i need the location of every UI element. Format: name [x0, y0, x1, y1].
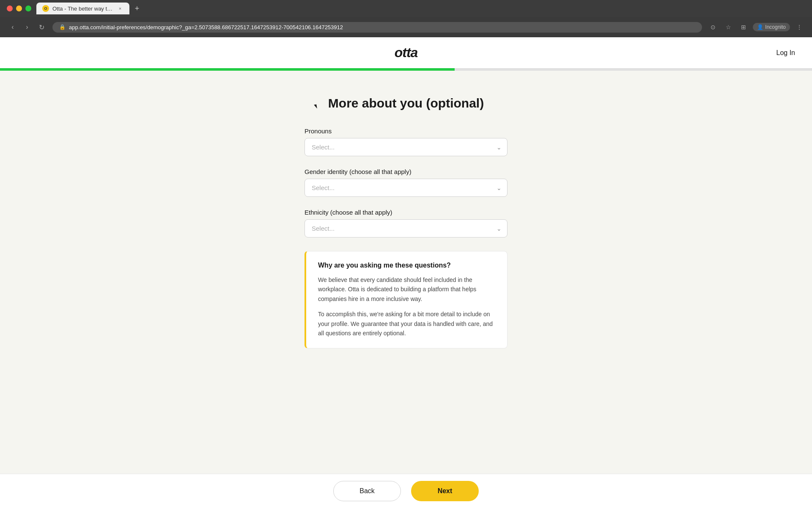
bottom-nav: Back Next	[0, 474, 812, 508]
login-link[interactable]: Log In	[776, 49, 795, 57]
page-title: More about you (optional)	[304, 96, 508, 110]
gender-select-wrapper: Select... Man Woman Non-binary Prefer no…	[304, 179, 508, 197]
back-button[interactable]: Back	[333, 481, 401, 501]
bookmark-icon[interactable]: ☆	[722, 21, 734, 33]
window-maximize-button[interactable]	[25, 6, 31, 11]
tab-favicon: O	[42, 5, 49, 12]
window-controls	[7, 6, 31, 11]
gender-label: Gender identity (choose all that apply)	[304, 168, 508, 175]
window-close-button[interactable]	[7, 6, 13, 11]
browser-chrome: O Otta - The better way to find a × + ‹ …	[0, 0, 812, 37]
browser-refresh-button[interactable]: ↻	[36, 21, 47, 33]
page-wrapper: otta Log In More about you (optional) Pr…	[0, 37, 812, 503]
extensions-icon[interactable]: ⊞	[738, 21, 749, 33]
site-header: otta Log In	[0, 37, 812, 68]
browser-actions: ⊙ ☆ ⊞ 👤 Incognito ⋮	[707, 21, 805, 33]
incognito-icon: 👤	[757, 24, 763, 30]
info-box: Why are you asking me these questions? W…	[304, 251, 508, 348]
browser-back-button[interactable]: ‹	[7, 21, 19, 33]
info-box-paragraph-1: We believe that every candidate should f…	[318, 275, 495, 304]
lock-icon: 🔒	[59, 24, 66, 30]
tab-title: Otta - The better way to find a	[52, 6, 113, 12]
address-text: app.otta.com/initial-preferences/demogra…	[69, 24, 695, 30]
info-box-paragraph-2: To accomplish this, we're asking for a b…	[318, 309, 495, 338]
site-logo: otta	[395, 45, 418, 61]
main-content: More about you (optional) Pronouns Selec…	[296, 71, 516, 399]
gender-select[interactable]: Select... Man Woman Non-binary Prefer no…	[304, 179, 508, 197]
ethnicity-select-wrapper: Select... Asian Black or African America…	[304, 219, 508, 237]
pronouns-select[interactable]: Select... He/Him She/Her They/Them Prefe…	[304, 138, 508, 156]
new-tab-button[interactable]: +	[131, 3, 143, 14]
gender-field-group: Gender identity (choose all that apply) …	[304, 168, 508, 197]
window-minimize-button[interactable]	[16, 6, 22, 11]
ethnicity-field-group: Ethnicity (choose all that apply) Select…	[304, 209, 508, 237]
browser-address-bar: ‹ › ↻ 🔒 app.otta.com/initial-preferences…	[0, 17, 812, 37]
pronouns-field-group: Pronouns Select... He/Him She/Her They/T…	[304, 127, 508, 156]
browser-titlebar: O Otta - The better way to find a × +	[0, 0, 812, 17]
address-bar[interactable]: 🔒 app.otta.com/initial-preferences/demog…	[52, 22, 702, 33]
browser-forward-button[interactable]: ›	[21, 21, 33, 33]
ethnicity-label: Ethnicity (choose all that apply)	[304, 209, 508, 216]
pronouns-label: Pronouns	[304, 127, 508, 135]
info-box-title: Why are you asking me these questions?	[318, 262, 495, 269]
ethnicity-select[interactable]: Select... Asian Black or African America…	[304, 219, 508, 237]
next-button[interactable]: Next	[411, 481, 479, 501]
browser-nav-buttons: ‹ › ↻	[7, 21, 47, 33]
more-options-button[interactable]: ⋮	[793, 21, 805, 33]
cast-icon[interactable]: ⊙	[707, 21, 719, 33]
incognito-badge: 👤 Incognito	[753, 23, 790, 31]
incognito-label: Incognito	[765, 24, 786, 30]
tab-close-button[interactable]: ×	[117, 5, 123, 12]
browser-tab[interactable]: O Otta - The better way to find a ×	[36, 3, 129, 14]
pronouns-select-wrapper: Select... He/Him She/Her They/Them Prefe…	[304, 138, 508, 156]
